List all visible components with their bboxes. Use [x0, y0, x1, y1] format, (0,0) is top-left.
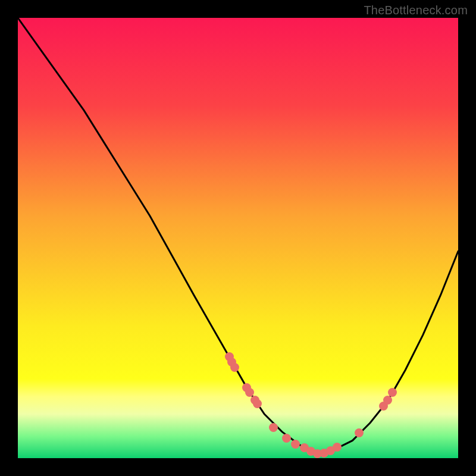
data-marker — [383, 396, 392, 405]
data-marker — [291, 440, 300, 449]
data-marker — [269, 423, 278, 432]
watermark-text: TheBottleneck.com — [364, 4, 468, 17]
chart-stage: TheBottleneck.com — [0, 0, 476, 476]
data-marker — [245, 388, 254, 397]
plot-area — [18, 18, 458, 458]
data-marker — [333, 443, 342, 452]
data-marker — [388, 388, 397, 397]
data-marker — [355, 428, 364, 437]
data-marker — [230, 363, 239, 372]
data-marker — [282, 434, 291, 443]
